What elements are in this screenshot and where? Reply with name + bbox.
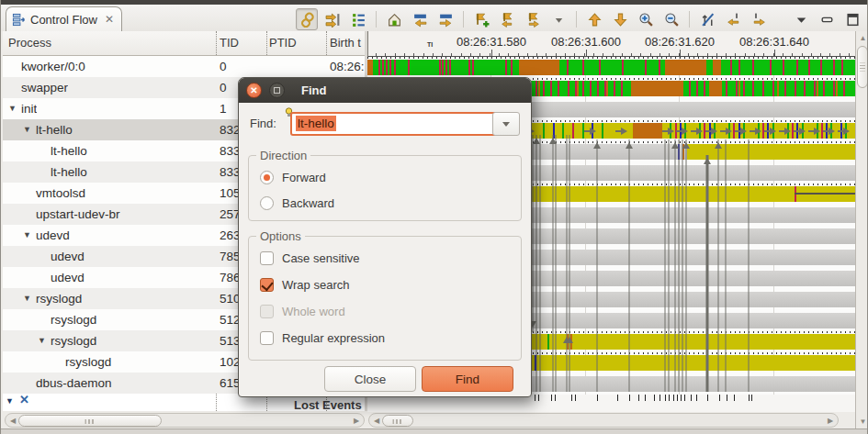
ruler-tick xyxy=(536,53,537,56)
align-views-icon[interactable] xyxy=(296,8,318,30)
expander-icon[interactable]: ▼ xyxy=(23,288,31,309)
column-header-birth-t[interactable]: Birth t xyxy=(330,36,361,50)
checkbox-icon[interactable] xyxy=(260,278,274,292)
event-arrow-icon xyxy=(843,128,850,135)
state-tick xyxy=(439,60,441,75)
column-header-tid[interactable]: TID xyxy=(220,36,239,50)
radio-forward[interactable]: Forward xyxy=(260,171,326,184)
show-view-filters-icon[interactable] xyxy=(347,8,369,30)
zoom-out-icon[interactable] xyxy=(660,8,682,30)
lost-event-tick xyxy=(571,395,572,401)
state-tick xyxy=(570,334,572,350)
hide-arrows-icon[interactable] xyxy=(696,8,718,30)
radio-backward[interactable]: Backward xyxy=(260,196,334,210)
ruler-tick xyxy=(745,53,746,56)
add-bookmark-icon[interactable] xyxy=(470,8,492,30)
scroll-down-icon[interactable]: ▼ xyxy=(857,416,868,428)
find-input[interactable]: lt-hello xyxy=(290,112,505,136)
maximize-icon[interactable] xyxy=(841,8,863,30)
radio-icon[interactable] xyxy=(260,196,274,210)
ruler-tick xyxy=(376,53,377,56)
timegraph-hscrollbar[interactable]: ◀ ▶ xyxy=(368,413,839,428)
expander-icon[interactable]: ▼ xyxy=(23,119,31,140)
scroll-right-icon[interactable]: ▶ xyxy=(351,416,362,427)
state-tick xyxy=(535,355,536,371)
scroll-thumb[interactable] xyxy=(18,415,162,427)
checkbox-case-sensitive[interactable]: Case sensitive xyxy=(260,251,360,265)
select-prev-state-change-icon[interactable] xyxy=(409,8,431,30)
find-history-dropdown[interactable] xyxy=(492,112,520,136)
status-strip xyxy=(1,428,868,434)
ruler-tick xyxy=(490,53,490,56)
scroll-thumb[interactable] xyxy=(857,46,868,88)
expander-icon[interactable]: ▼ xyxy=(38,330,46,351)
dropdown-icon[interactable] xyxy=(547,8,569,30)
ruler-tick xyxy=(631,53,632,56)
expander-icon[interactable]: ▼ xyxy=(23,225,31,246)
move-up-icon[interactable] xyxy=(583,8,605,30)
scroll-right-icon[interactable]: ▶ xyxy=(825,416,836,427)
follow-forward-icon[interactable] xyxy=(748,8,770,30)
next-marker-icon[interactable] xyxy=(522,8,544,30)
state-tick xyxy=(696,81,698,96)
checkbox-icon[interactable] xyxy=(260,251,274,265)
triangle-down-icon[interactable]: ▼ xyxy=(6,396,14,406)
ruler-tick xyxy=(518,53,519,56)
x-icon[interactable]: ✕ xyxy=(19,393,29,406)
state-bar xyxy=(367,60,855,75)
column-header-process[interactable]: Process xyxy=(8,36,51,50)
state-tick xyxy=(682,144,684,160)
scroll-thumb[interactable] xyxy=(382,415,413,427)
follow-backward-icon[interactable] xyxy=(722,8,744,30)
select-next-state-change-icon[interactable] xyxy=(434,8,457,30)
toolbar-separator xyxy=(576,11,577,28)
ruler-tick xyxy=(802,53,803,56)
state-tick xyxy=(762,81,764,96)
view-menu-icon[interactable] xyxy=(790,8,812,30)
state-tick xyxy=(833,60,835,75)
state-tick xyxy=(808,60,810,75)
reset-time-scale-icon[interactable] xyxy=(383,8,405,30)
event-arrow-icon xyxy=(668,128,674,135)
state-tick xyxy=(841,60,843,75)
dialog-titlebar[interactable]: ✕ Find xyxy=(239,78,531,103)
close-window-icon[interactable]: ✕ xyxy=(246,83,262,98)
checkbox-icon[interactable] xyxy=(260,331,274,345)
maximize-window-icon[interactable] xyxy=(269,83,285,98)
checkbox-wrap-search[interactable]: Wrap search xyxy=(260,278,349,292)
scroll-left-icon[interactable]: ◀ xyxy=(371,416,382,427)
find-button[interactable]: Find xyxy=(422,366,513,392)
checkbox-regular-expression[interactable]: Regular expression xyxy=(260,331,385,345)
ruler-tick xyxy=(479,53,480,56)
state-tick xyxy=(738,60,740,75)
scroll-up-icon[interactable]: ▲ xyxy=(857,32,868,44)
minimize-icon[interactable] xyxy=(816,8,838,30)
expander-icon[interactable]: ▼ xyxy=(8,98,17,119)
state-tick xyxy=(678,144,680,160)
tab-close-icon[interactable]: ✕ xyxy=(105,13,114,26)
state-tick xyxy=(795,81,796,96)
ruler-tick xyxy=(556,53,557,56)
lost-event-tick xyxy=(645,395,646,401)
event-arrow-icon xyxy=(814,128,820,135)
close-button[interactable]: Close xyxy=(324,366,416,392)
tab-control-flow[interactable]: Control Flow ✕ xyxy=(6,6,122,31)
scroll-left-icon[interactable]: ◀ xyxy=(7,416,18,427)
previous-marker-icon[interactable] xyxy=(496,8,518,30)
zoom-in-icon[interactable] xyxy=(635,8,657,30)
optimize-icon[interactable] xyxy=(321,8,344,30)
time-ruler[interactable]: 08:26:31.58008:26:31.60008:26:31.62008:2… xyxy=(367,31,855,57)
radio-icon[interactable] xyxy=(260,171,274,184)
timegraph-vscrollbar[interactable]: ▲ ▼ xyxy=(855,31,868,428)
tree-hscrollbar[interactable]: ◀ ▶ xyxy=(5,413,365,428)
move-down-icon[interactable] xyxy=(609,8,631,30)
ruler-tick xyxy=(527,53,528,56)
tree-row[interactable]: kworker/0:0008:26: xyxy=(3,56,365,77)
state-tick xyxy=(389,60,391,75)
column-header-ptid[interactable]: PTID xyxy=(269,36,297,50)
tree-header: ProcessTIDPTIDBirth t xyxy=(3,31,365,56)
timegraph-row[interactable] xyxy=(367,57,855,78)
ruler-major-tick xyxy=(680,50,681,56)
state-tick xyxy=(572,123,574,139)
event-arrow-icon xyxy=(799,128,806,135)
